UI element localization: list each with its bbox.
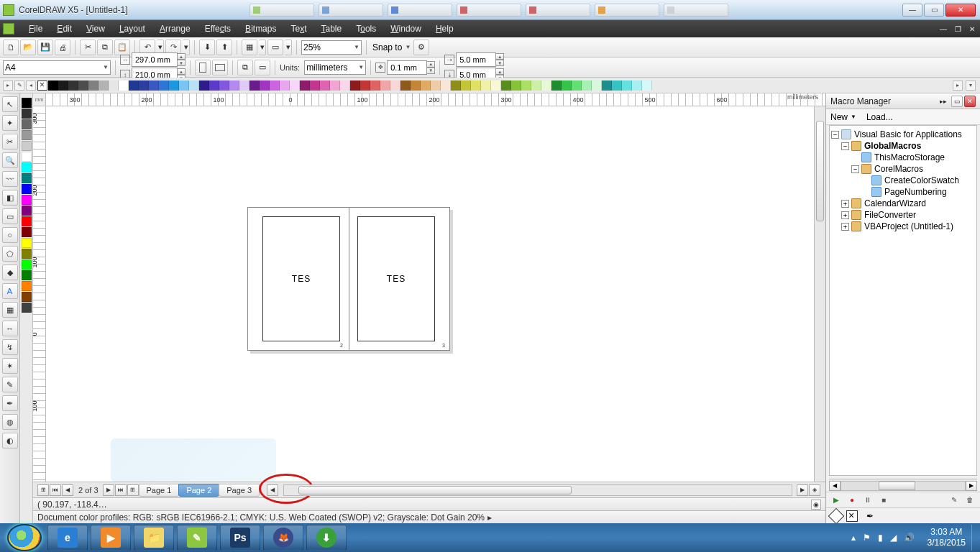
macro-edit-button[interactable]: ✎ <box>948 494 960 506</box>
macro-delete-button[interactable]: 🗑 <box>964 494 976 506</box>
doc-color-swatch[interactable] <box>22 152 32 162</box>
color-swatch[interactable] <box>78 80 88 91</box>
color-swatch[interactable] <box>642 80 652 91</box>
color-swatch[interactable] <box>58 80 68 91</box>
print-button[interactable]: 🖨 <box>55 40 70 55</box>
docker-hscroll[interactable]: ◀▶ <box>829 479 977 492</box>
tree-fileconv-label[interactable]: FileConverter <box>864 210 916 220</box>
menu-arrange[interactable]: Arrange <box>152 22 198 36</box>
tree-expander[interactable]: + <box>841 211 849 219</box>
hscroll-left[interactable]: ◀ <box>267 484 278 496</box>
doc-color-swatch[interactable] <box>22 119 32 129</box>
rectangle-tool[interactable]: ▭ <box>2 208 18 224</box>
docker-collapse-button[interactable]: ▭ <box>951 96 963 107</box>
color-swatch[interactable] <box>48 80 58 91</box>
doc-color-swatch[interactable] <box>22 249 32 259</box>
color-swatch[interactable] <box>431 80 441 91</box>
smart-fill-tool[interactable]: ◧ <box>2 190 18 206</box>
current-page-button[interactable]: ▭ <box>255 60 270 75</box>
menu-window[interactable]: Window <box>383 22 429 36</box>
tray-overflow-icon[interactable]: ▴ <box>851 533 856 543</box>
color-swatch[interactable] <box>602 80 612 91</box>
color-swatch[interactable] <box>260 80 270 91</box>
color-swatch[interactable] <box>159 80 169 91</box>
color-swatch[interactable] <box>622 80 632 91</box>
page-size-select[interactable]: A4 ▼ <box>3 60 111 75</box>
tree-expander[interactable]: + <box>841 200 849 208</box>
color-swatch[interactable] <box>390 80 400 91</box>
macro-record-button[interactable]: ● <box>846 494 858 506</box>
table-tool[interactable]: ▦ <box>2 302 18 318</box>
menu-view[interactable]: View <box>79 22 112 36</box>
doc-restore-button[interactable]: ❐ <box>953 24 963 34</box>
taskbar-media[interactable]: ▶ <box>91 525 131 551</box>
doc-color-swatch[interactable] <box>22 109 32 119</box>
app-launcher[interactable]: ▦ <box>242 40 257 55</box>
color-swatch[interactable] <box>612 80 622 91</box>
color-swatch[interactable] <box>209 80 219 91</box>
app-launcher-dropdown[interactable]: ▾ <box>259 40 266 55</box>
view-navigator-button[interactable]: ◈ <box>809 484 820 496</box>
color-swatch[interactable] <box>521 80 531 91</box>
color-swatch[interactable] <box>179 80 189 91</box>
cut-button[interactable]: ✂ <box>80 40 96 55</box>
tree-global-label[interactable]: GlobalMacros <box>864 141 921 151</box>
landscape-button[interactable] <box>212 60 228 75</box>
macro-play-button[interactable]: ▶ <box>830 494 842 506</box>
color-swatch[interactable] <box>169 80 179 91</box>
open-button[interactable]: 📂 <box>20 40 36 55</box>
color-swatch[interactable] <box>511 80 521 91</box>
horizontal-ruler[interactable]: 3002001000100200300400500600 millimeters <box>46 93 825 106</box>
menu-text[interactable]: Text <box>283 22 313 36</box>
color-swatch[interactable] <box>189 80 199 91</box>
taskbar-idm[interactable]: ⬇ <box>306 525 347 551</box>
doc-color-swatch[interactable] <box>22 303 32 313</box>
color-swatch[interactable] <box>249 80 260 91</box>
color-swatch[interactable] <box>149 80 159 91</box>
outline-tool[interactable]: ✒ <box>2 395 18 411</box>
import-button[interactable]: ⬇ <box>199 40 215 55</box>
color-swatch[interactable] <box>280 80 290 91</box>
no-color-swatch[interactable] <box>37 80 47 91</box>
color-proof-icon[interactable]: ◉ <box>811 500 821 510</box>
macro-load-button[interactable]: Load... <box>866 112 893 122</box>
tree-expander[interactable]: − <box>851 165 859 173</box>
menu-help[interactable]: Help <box>429 22 461 36</box>
ruler-corner[interactable]: mm <box>33 93 46 106</box>
portrait-button[interactable] <box>195 60 211 75</box>
doc-minimize-button[interactable]: — <box>938 24 948 34</box>
color-swatch[interactable] <box>219 80 229 91</box>
shape-tool[interactable]: ✦ <box>2 115 18 131</box>
page-width-input[interactable] <box>132 52 178 67</box>
color-swatch[interactable] <box>239 80 249 91</box>
color-swatch[interactable] <box>562 80 572 91</box>
export-button[interactable]: ⬆ <box>216 40 232 55</box>
doc-color-swatch[interactable] <box>22 216 32 226</box>
eyedropper-tool[interactable]: ✎ <box>2 377 18 392</box>
color-swatch[interactable] <box>320 80 330 91</box>
color-swatch[interactable] <box>300 80 310 91</box>
first-page-button[interactable]: ⏮ <box>50 484 61 496</box>
start-button[interactable] <box>7 524 42 551</box>
drawing-canvas[interactable]: TES TES 2 3 <box>46 106 825 482</box>
color-swatch[interactable] <box>119 80 129 91</box>
save-button[interactable]: 💾 <box>37 40 53 55</box>
tree-pagenum-label[interactable]: PageNumbering <box>884 187 947 197</box>
doc-color-swatch[interactable] <box>22 270 32 280</box>
tree-corel-label[interactable]: CorelMacros <box>874 164 923 174</box>
page-tab[interactable]: Page 2 <box>178 484 219 497</box>
width-spinner[interactable]: ▲▼ <box>177 53 186 66</box>
nudge-spinner[interactable]: ▲▼ <box>426 61 435 74</box>
taskbar-coreldraw[interactable]: ✎ <box>177 525 217 551</box>
docker-close-button[interactable]: ✕ <box>964 96 976 107</box>
doc-color-swatch[interactable] <box>22 195 32 205</box>
doc-color-swatch[interactable] <box>22 238 32 248</box>
page-tab[interactable]: Page 1 <box>139 484 180 497</box>
palette-scroll-left[interactable]: ◂ <box>26 80 36 91</box>
color-swatch[interactable] <box>551 80 562 91</box>
add-page-after-button[interactable]: ⊞ <box>127 484 139 496</box>
color-swatch[interactable] <box>491 80 501 91</box>
color-swatch[interactable] <box>109 80 119 91</box>
maximize-button[interactable]: ▭ <box>924 4 944 17</box>
doc-close-button[interactable]: ✕ <box>967 24 977 34</box>
